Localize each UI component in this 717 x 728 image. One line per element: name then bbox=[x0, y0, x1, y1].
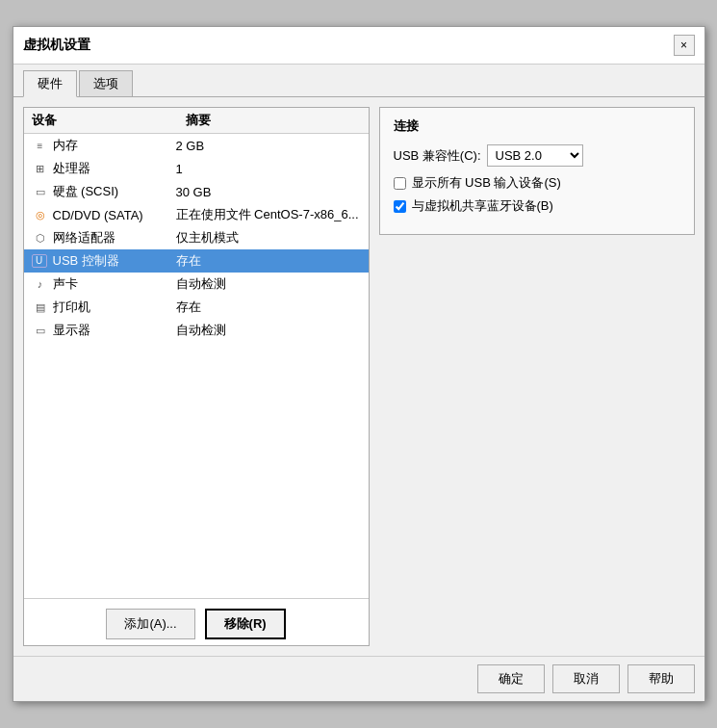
dialog-title: 虚拟机设置 bbox=[23, 37, 90, 54]
usb-compat-row: USB 兼容性(C): USB 2.0 USB 3.0 bbox=[394, 144, 680, 167]
usb-summary: 存在 bbox=[176, 252, 361, 270]
printer-icon: ▤ bbox=[32, 300, 49, 314]
show-all-usb-checkbox[interactable] bbox=[394, 177, 406, 190]
device-row-harddisk[interactable]: ▭ 硬盘 (SCSI) 30 GB bbox=[24, 180, 369, 203]
device-row-sound[interactable]: ♪ 声卡 自动检测 bbox=[24, 273, 369, 296]
network-icon: ⬡ bbox=[32, 231, 49, 245]
usb-compat-label: USB 兼容性(C): bbox=[394, 147, 481, 165]
connection-title: 连接 bbox=[394, 117, 680, 135]
device-row-processor[interactable]: ⊞ 处理器 1 bbox=[24, 157, 369, 180]
show-all-usb-label[interactable]: 显示所有 USB 输入设备(S) bbox=[412, 174, 561, 192]
close-button[interactable]: × bbox=[674, 35, 695, 56]
title-bar-buttons: × bbox=[674, 35, 695, 56]
share-bluetooth-checkbox[interactable] bbox=[394, 200, 406, 213]
cancel-button[interactable]: 取消 bbox=[552, 664, 620, 693]
share-bluetooth-label[interactable]: 与虚拟机共享蓝牙设备(B) bbox=[412, 197, 553, 215]
tabs-bar: 硬件 选项 bbox=[13, 65, 704, 97]
device-row-network[interactable]: ⬡ 网络适配器 仅主机模式 bbox=[24, 226, 369, 249]
device-row-usb[interactable]: U USB 控制器 存在 bbox=[24, 249, 369, 273]
device-list-panel: 设备 摘要 ≡ 内存 2 GB ⊞ 处理器 bbox=[23, 107, 370, 646]
cdrom-summary: 正在使用文件 CentOS-7-x86_6... bbox=[176, 206, 361, 223]
tab-hardware[interactable]: 硬件 bbox=[23, 70, 77, 97]
processor-icon: ⊞ bbox=[32, 162, 49, 175]
device-table-header: 设备 摘要 bbox=[24, 108, 369, 134]
network-summary: 仅主机模式 bbox=[176, 229, 361, 247]
sound-icon: ♪ bbox=[32, 277, 49, 291]
usb-compat-select[interactable]: USB 2.0 USB 3.0 bbox=[487, 144, 583, 167]
title-bar: 虚拟机设置 × bbox=[13, 27, 704, 65]
sound-summary: 自动检测 bbox=[176, 275, 361, 293]
device-row-display[interactable]: ▭ 显示器 自动检测 bbox=[24, 319, 369, 342]
printer-summary: 存在 bbox=[176, 299, 361, 316]
device-row-memory[interactable]: ≡ 内存 2 GB bbox=[24, 134, 369, 157]
col-summary-header: 摘要 bbox=[186, 112, 361, 129]
connection-section: 连接 USB 兼容性(C): USB 2.0 USB 3.0 显示所有 USB … bbox=[379, 107, 695, 235]
usb-icon: U bbox=[32, 254, 47, 268]
display-summary: 自动检测 bbox=[176, 322, 361, 339]
help-button[interactable]: 帮助 bbox=[627, 664, 695, 693]
harddisk-icon: ▭ bbox=[32, 185, 49, 198]
memory-icon: ≡ bbox=[32, 139, 49, 152]
remove-button[interactable]: 移除(R) bbox=[205, 609, 286, 639]
device-footer-buttons: 添加(A)... 移除(R) bbox=[24, 598, 369, 645]
right-panel: 连接 USB 兼容性(C): USB 2.0 USB 3.0 显示所有 USB … bbox=[379, 107, 695, 646]
processor-summary: 1 bbox=[176, 162, 361, 176]
device-row-cdrom[interactable]: ◎ CD/DVD (SATA) 正在使用文件 CentOS-7-x86_6... bbox=[24, 203, 369, 226]
display-icon: ▭ bbox=[32, 324, 49, 337]
show-all-usb-row: 显示所有 USB 输入设备(S) bbox=[394, 174, 680, 192]
tab-options[interactable]: 选项 bbox=[79, 70, 133, 96]
memory-summary: 2 GB bbox=[176, 139, 361, 153]
main-content: 设备 摘要 ≡ 内存 2 GB ⊞ 处理器 bbox=[13, 97, 704, 656]
ok-button[interactable]: 确定 bbox=[477, 664, 545, 693]
cdrom-icon: ◎ bbox=[32, 208, 49, 221]
add-button[interactable]: 添加(A)... bbox=[106, 609, 194, 639]
share-bluetooth-row: 与虚拟机共享蓝牙设备(B) bbox=[394, 197, 680, 215]
device-row-printer[interactable]: ▤ 打印机 存在 bbox=[24, 296, 369, 319]
device-list: ≡ 内存 2 GB ⊞ 处理器 1 ▭ bbox=[24, 134, 369, 598]
bottom-bar: 确定 取消 帮助 bbox=[13, 656, 704, 701]
col-device-header: 设备 bbox=[32, 112, 186, 129]
harddisk-summary: 30 GB bbox=[176, 185, 361, 199]
vm-settings-dialog: 虚拟机设置 × 硬件 选项 设备 摘要 ≡ 内存 bbox=[13, 26, 705, 702]
